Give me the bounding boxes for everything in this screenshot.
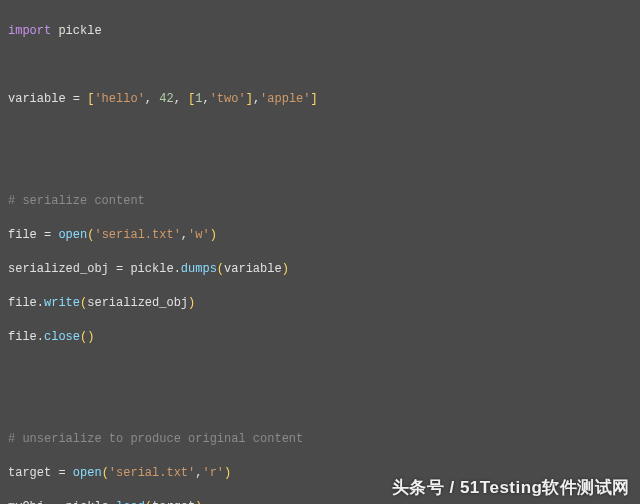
keyword: import [8,24,51,38]
blank-line [8,159,632,176]
blank-line [8,397,632,414]
comment: # serialize content [8,194,145,208]
comment: # unserialize to produce original conten… [8,432,303,446]
watermark-text: 头条号 / 51Testing软件测试网 [392,479,630,496]
line: serialized_obj = pickle.dumps(variable) [8,261,632,278]
line: variable = ['hello', 42, [1,'two'],'appl… [8,91,632,108]
line: # unserialize to produce original conten… [8,431,632,448]
blank-line [8,125,632,142]
line: file.close() [8,329,632,346]
line: myObj = pickle.load(target) [8,499,632,504]
line: file.write(serialized_obj) [8,295,632,312]
module-name: pickle [51,24,101,38]
blank-line [8,57,632,74]
blank-line [8,363,632,380]
line: import pickle [8,23,632,40]
line: file = open('serial.txt','w') [8,227,632,244]
code-editor[interactable]: import pickle variable = ['hello', 42, [… [8,6,632,504]
line: # serialize content [8,193,632,210]
